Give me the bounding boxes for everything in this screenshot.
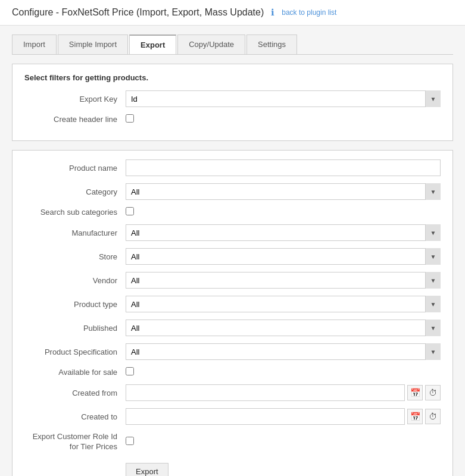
- store-control: All ▼: [126, 248, 441, 265]
- created-from-control: 📅 ⏱: [126, 384, 441, 401]
- created-to-clock-icon[interactable]: ⏱: [425, 409, 441, 424]
- export-button-wrapper: Export: [126, 459, 441, 476]
- product-name-row: Product name: [24, 159, 441, 176]
- created-to-calendar-icon[interactable]: 📅: [407, 409, 423, 424]
- created-to-input-wrapper: 📅 ⏱: [126, 408, 441, 425]
- created-to-row: Created to 📅 ⏱: [24, 408, 441, 425]
- section-title: Select filters for getting products.: [24, 73, 441, 82]
- vendor-select[interactable]: All: [126, 272, 441, 289]
- product-specification-select[interactable]: All: [126, 343, 441, 360]
- category-row: Category All ▼: [24, 183, 441, 200]
- available-for-sale-row: Available for sale: [24, 367, 441, 377]
- created-from-label: Created from: [24, 389, 126, 397]
- product-type-label: Product type: [24, 300, 126, 309]
- create-header-checkbox[interactable]: [126, 114, 134, 123]
- page-title: Configure - FoxNetSoft Price (Import, Ex…: [12, 7, 264, 18]
- export-key-label: Export Key: [24, 95, 126, 104]
- create-header-label: Create header line: [24, 115, 126, 124]
- export-key-select-wrapper: Id SKU Name ▼: [126, 90, 441, 107]
- create-header-row: Create header line: [24, 114, 441, 124]
- manufacturer-label: Manufacturer: [24, 228, 126, 237]
- manufacturer-control: All ▼: [126, 224, 441, 241]
- product-specification-label: Product Specification: [24, 347, 126, 356]
- published-control: All ▼: [126, 320, 441, 336]
- product-name-control: [126, 159, 441, 176]
- category-select-wrapper: All ▼: [126, 183, 441, 200]
- published-select[interactable]: All: [126, 320, 441, 336]
- store-row: Store All ▼: [24, 248, 441, 265]
- export-key-row: Export Key Id SKU Name ▼: [24, 90, 441, 107]
- product-type-select[interactable]: All: [126, 296, 441, 312]
- category-select[interactable]: All: [126, 183, 441, 200]
- info-icon: ℹ: [271, 7, 274, 18]
- product-name-label: Product name: [24, 164, 126, 173]
- tab-import[interactable]: Import: [12, 35, 57, 54]
- vendor-control: All ▼: [126, 272, 441, 289]
- published-row: Published All ▼: [24, 320, 441, 336]
- store-select[interactable]: All: [126, 248, 441, 265]
- search-sub-categories-label: Search sub categories: [24, 208, 126, 217]
- search-sub-categories-row: Search sub categories: [24, 207, 441, 217]
- tab-simple-import[interactable]: Simple Import: [58, 35, 128, 54]
- export-key-select[interactable]: Id SKU Name: [126, 90, 441, 107]
- available-for-sale-label: Available for sale: [24, 368, 126, 377]
- export-key-control: Id SKU Name ▼: [126, 90, 441, 107]
- created-to-input[interactable]: [126, 408, 405, 425]
- vendor-select-wrapper: All ▼: [126, 272, 441, 289]
- search-sub-categories-checkbox[interactable]: [126, 207, 134, 215]
- category-label: Category: [24, 187, 126, 196]
- published-select-wrapper: All ▼: [126, 320, 441, 336]
- created-from-clock-icon[interactable]: ⏱: [425, 385, 441, 400]
- section-product-filters: Product name Category All ▼ Search sub c…: [12, 150, 453, 476]
- created-from-input-wrapper: 📅 ⏱: [126, 384, 441, 401]
- export-customer-role-checkbox[interactable]: [126, 437, 134, 445]
- search-sub-categories-control: [126, 207, 441, 217]
- product-type-select-wrapper: All ▼: [126, 296, 441, 312]
- created-to-label: Created to: [24, 412, 126, 421]
- export-customer-role-row: Export Customer Role Id for Tier Prices: [24, 432, 441, 452]
- published-label: Published: [24, 324, 126, 333]
- manufacturer-select[interactable]: All: [126, 224, 441, 241]
- category-control: All ▼: [126, 183, 441, 200]
- manufacturer-select-wrapper: All ▼: [126, 224, 441, 241]
- created-to-control: 📅 ⏱: [126, 408, 441, 425]
- back-to-plugin-link[interactable]: back to plugin list: [282, 8, 336, 17]
- tab-bar: Import Simple Import Export Copy/Update …: [12, 35, 453, 55]
- vendor-label: Vendor: [24, 276, 126, 285]
- available-for-sale-control: [126, 367, 441, 377]
- page-header: Configure - FoxNetSoft Price (Import, Ex…: [0, 0, 465, 26]
- create-header-control: [126, 114, 441, 124]
- created-from-row: Created from 📅 ⏱: [24, 384, 441, 401]
- product-name-input[interactable]: [126, 159, 441, 176]
- export-customer-role-label: Export Customer Role Id for Tier Prices: [24, 432, 126, 452]
- created-from-input[interactable]: [126, 384, 405, 401]
- tab-settings[interactable]: Settings: [246, 35, 297, 54]
- export-button[interactable]: Export: [126, 463, 168, 476]
- available-for-sale-checkbox[interactable]: [126, 367, 134, 375]
- store-select-wrapper: All ▼: [126, 248, 441, 265]
- created-from-calendar-icon[interactable]: 📅: [407, 385, 423, 400]
- tab-export[interactable]: Export: [129, 35, 176, 54]
- vendor-row: Vendor All ▼: [24, 272, 441, 289]
- product-specification-select-wrapper: All ▼: [126, 343, 441, 360]
- export-customer-role-control: [126, 437, 441, 447]
- product-specification-control: All ▼: [126, 343, 441, 360]
- product-specification-row: Product Specification All ▼: [24, 343, 441, 360]
- store-label: Store: [24, 252, 126, 261]
- manufacturer-row: Manufacturer All ▼: [24, 224, 441, 241]
- product-type-control: All ▼: [126, 296, 441, 312]
- section-filters: Select filters for getting products. Exp…: [12, 64, 453, 141]
- tab-copy-update[interactable]: Copy/Update: [177, 35, 245, 54]
- product-type-row: Product type All ▼: [24, 296, 441, 312]
